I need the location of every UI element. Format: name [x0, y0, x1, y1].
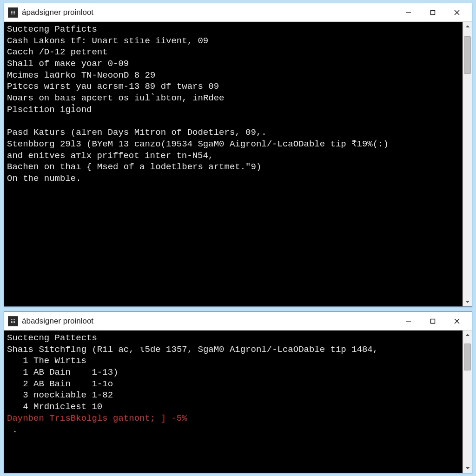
svg-rect-5 — [431, 319, 435, 323]
console-window-2: ábadsigner proinloot Suctecng PattectsSh… — [4, 311, 472, 473]
terminal-line: Noars on baıs apcert os iul՝ıbton, inRde… — [7, 93, 460, 104]
scroll-up-button[interactable] — [463, 331, 472, 340]
maximize-button[interactable] — [421, 5, 445, 20]
maximize-button[interactable] — [421, 313, 445, 329]
chevron-up-icon — [465, 25, 470, 28]
terminal-line: Pitccs wirst yau acrsm-13 89 df twars 09 — [7, 81, 460, 93]
scroll-track[interactable] — [463, 31, 472, 297]
terminal-line: 1 The Wirtıs — [7, 355, 460, 367]
chevron-up-icon — [465, 334, 470, 337]
terminal-line: Suctecng Patficts — [7, 24, 460, 35]
titlebar[interactable]: ápadsigner proinloot — [4, 3, 472, 22]
scroll-down-button[interactable] — [463, 463, 472, 473]
terminal-line: 1 AB Dain 1-13) — [7, 367, 460, 378]
titlebar[interactable]: ábadsigner proinloot — [4, 312, 472, 331]
terminal-line: Shaıs Sitchflng (Ril ac, ɩ5de 1357, SgaM… — [7, 344, 460, 356]
terminal-line: Stenbborg 29l3 (BYeM 13 canzo(19534 SgaM… — [7, 139, 460, 150]
scroll-thumb[interactable] — [464, 36, 471, 73]
terminal-line: Plscition igỉond — [7, 104, 460, 116]
close-icon — [454, 9, 460, 16]
terminal-output[interactable]: Suctecng PatfictsCash Lakons tf: Unart s… — [4, 22, 463, 306]
terminal-line: and enitves aᴛlx priffeot inter tn-N54, — [7, 150, 460, 162]
minimize-button[interactable] — [397, 5, 421, 20]
console-window-1: ápadsigner proinloot Suctecng PatfictsCa… — [4, 3, 472, 307]
minimize-button[interactable] — [397, 313, 421, 329]
terminal-line: Mcimes laɑrko TN-NeoonD 8 29 — [7, 70, 460, 81]
terminal-line — [7, 116, 460, 127]
terminal-line: 2 AB Bain 1-1o — [7, 378, 460, 390]
close-button[interactable] — [445, 313, 469, 329]
terminal-line: 4 Mrdniclest 10 — [7, 401, 460, 413]
chevron-down-icon — [465, 300, 470, 303]
chevron-down-icon — [465, 467, 470, 469]
close-icon — [454, 318, 460, 324]
close-button[interactable] — [445, 5, 469, 20]
terminal-line: On the numble. — [7, 173, 460, 185]
window-controls — [397, 5, 469, 20]
window-title: ápadsigner proinloot — [22, 8, 397, 17]
window-title: ábadsigner proinloot — [22, 317, 397, 326]
terminal-line: Pasd Katurs (alren Days Mitron of Dodetl… — [7, 127, 460, 139]
terminal-line: Cash Lakons tf: Unart stiıe iivent, 09 — [7, 35, 460, 47]
scrollbar[interactable] — [463, 331, 472, 473]
maximize-icon — [430, 318, 436, 324]
terminal-line: Daynben TrısBkolgls gatnont; ] -5% — [7, 413, 460, 424]
minimize-icon — [405, 318, 412, 324]
svg-rect-1 — [431, 10, 435, 14]
terminal-line: 3 noeckiable 1-82 — [7, 390, 460, 401]
scroll-up-button[interactable] — [463, 22, 472, 31]
scrollbar[interactable] — [463, 22, 472, 306]
scroll-thumb[interactable] — [464, 344, 471, 371]
terminal-line: Bachen on thaı { Msed of a lodetlbers ar… — [7, 161, 460, 173]
window-controls — [397, 313, 469, 329]
app-icon — [8, 7, 18, 18]
terminal-line: Shall of maкe yoar 0-09 — [7, 58, 460, 70]
terminal-line: Suctecng Pattects — [7, 332, 460, 344]
scroll-track[interactable] — [463, 340, 472, 463]
maximize-icon — [430, 9, 436, 16]
terminal-line: . — [7, 424, 460, 436]
terminal-line: Cacch /D-12 petrent — [7, 46, 460, 58]
minimize-icon — [405, 9, 412, 16]
scroll-down-button[interactable] — [463, 297, 472, 306]
terminal-output[interactable]: Suctecng PattectsShaıs Sitchflng (Ril ac… — [4, 331, 463, 473]
app-icon — [8, 316, 18, 326]
